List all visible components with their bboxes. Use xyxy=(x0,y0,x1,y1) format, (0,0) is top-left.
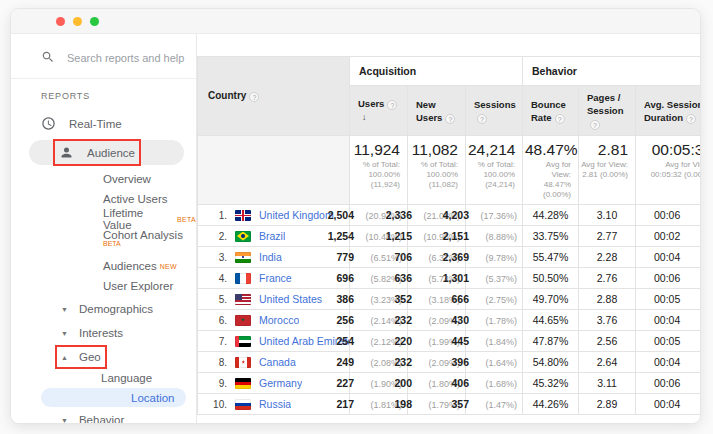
zoom-button[interactable] xyxy=(90,17,99,26)
clock-icon xyxy=(41,116,56,131)
search-bar[interactable] xyxy=(11,50,196,79)
totals-avg-session: 00:05:32 Avg for View: 00:05:32 (0.00%) xyxy=(636,136,701,205)
flag-us-icon xyxy=(235,294,251,305)
country-cell: 2. Brazil xyxy=(198,226,350,247)
row-rank: 7. xyxy=(207,336,227,347)
sidebar-item-behavior[interactable]: ▼ Behavior xyxy=(11,409,196,423)
sidebar-item-label: Active Users xyxy=(103,193,168,205)
row-rank: 3. xyxy=(207,252,227,263)
column-header-pages-session[interactable]: Pages / Session? xyxy=(579,86,636,136)
table-row: 6. Morocco 256(2.14%) 232(2.09%) 430(1.7… xyxy=(198,310,701,331)
sidebar-item-label: Audiences xyxy=(103,260,157,272)
sidebar-item-label: Interests xyxy=(79,327,123,339)
pages-session-cell: 2.77 xyxy=(579,226,636,247)
minimize-button[interactable] xyxy=(73,17,82,26)
row-rank: 4. xyxy=(207,273,227,284)
chevron-down-icon: ▼ xyxy=(61,417,68,424)
sidebar-item-geo[interactable]: ▲ Geo xyxy=(11,346,196,368)
browser-window: REPORTS Real-Time Audience Overview xyxy=(10,8,701,424)
country-link[interactable]: Germany xyxy=(259,377,302,389)
bounce-rate-cell: 44.28% xyxy=(523,205,579,226)
sidebar-item-label: Lifetime Value xyxy=(103,207,174,231)
column-header-country[interactable]: Country? xyxy=(198,57,350,136)
country-cell: 4. France xyxy=(198,268,350,289)
search-input[interactable] xyxy=(67,52,187,64)
country-cell: 1. United Kingdom xyxy=(198,205,350,226)
flag-br-icon xyxy=(235,231,251,242)
bounce-rate-cell: 44.65% xyxy=(523,310,579,331)
sidebar-item-user-explorer[interactable]: User Explorer xyxy=(11,276,196,296)
row-rank: 6. xyxy=(207,315,227,326)
country-cell: 5. United States xyxy=(198,289,350,310)
pages-session-cell: 2.64 xyxy=(579,352,636,373)
help-icon[interactable]: ? xyxy=(590,120,600,130)
bounce-rate-cell: 47.87% xyxy=(523,331,579,352)
sidebar-item-language[interactable]: Language xyxy=(11,368,196,387)
help-icon[interactable]: ? xyxy=(249,92,259,102)
help-icon[interactable]: ? xyxy=(686,114,696,124)
sidebar-item-audience[interactable]: Audience xyxy=(29,140,184,165)
totals-new-users: 11,082 % of Total: 100.00% (11,082) xyxy=(408,136,466,205)
sessions-cell: 2,151(8.88%) xyxy=(466,226,523,247)
sessions-cell: 406(1.68%) xyxy=(466,373,523,394)
window-titlebar xyxy=(11,9,700,34)
sidebar-item-label: Real-Time xyxy=(69,118,122,130)
row-rank: 10. xyxy=(207,399,227,410)
sessions-cell: 445(1.84%) xyxy=(466,331,523,352)
totals-users: 11,924 % of Total: 100.00% (11,924) xyxy=(350,136,408,205)
sidebar: REPORTS Real-Time Audience Overview xyxy=(11,34,197,423)
report-main: Country? Acquisition Behavior Users?↓ Ne… xyxy=(197,34,700,423)
sidebar-item-cohort-analysis[interactable]: Cohort Analysis BETA xyxy=(11,229,196,256)
sidebar-item-label: Audience xyxy=(87,147,135,159)
column-header-users[interactable]: Users?↓ xyxy=(350,86,408,136)
help-icon[interactable]: ? xyxy=(387,100,397,110)
country-link[interactable]: Canada xyxy=(259,356,296,368)
sessions-cell: 357(1.47%) xyxy=(466,394,523,415)
column-header-bounce-rate[interactable]: Bounce Rate? xyxy=(523,86,579,136)
sessions-cell: 1,301(5.37%) xyxy=(466,268,523,289)
help-icon[interactable]: ? xyxy=(555,114,565,124)
sidebar-item-active-users[interactable]: Active Users xyxy=(11,189,196,209)
sidebar-item-label: Geo xyxy=(79,351,101,363)
totals-row: 11,924 % of Total: 100.00% (11,924) 11,0… xyxy=(198,136,701,205)
country-link[interactable]: Brazil xyxy=(259,230,285,242)
avg-session-cell: 00:02 xyxy=(636,226,701,247)
column-header-sessions[interactable]: Sessions? xyxy=(466,86,523,136)
country-link[interactable]: United Kingdom xyxy=(259,209,334,221)
sidebar-item-interests[interactable]: ▼ Interests xyxy=(11,322,196,344)
country-link[interactable]: India xyxy=(259,251,282,263)
sidebar-item-audiences[interactable]: Audiences NEW xyxy=(11,256,196,276)
sessions-cell: 430(1.78%) xyxy=(466,310,523,331)
country-link[interactable]: Morocco xyxy=(259,314,299,326)
table-row: 5. United States 386(3.23%) 352(3.18%) 6… xyxy=(198,289,701,310)
country-cell: 3. India xyxy=(198,247,350,268)
column-header-avg-session-duration[interactable]: Avg. Session Duration? xyxy=(636,86,701,136)
close-button[interactable] xyxy=(56,17,65,26)
totals-sessions: 24,214 % of Total: 100.00% (24,214) xyxy=(466,136,523,205)
beta-badge: BETA xyxy=(103,241,183,247)
help-icon[interactable]: ? xyxy=(445,114,455,124)
totals-pages-session: 2.81 Avg for View: 2.81 (0.00%) xyxy=(579,136,636,205)
sidebar-item-location[interactable]: Location xyxy=(41,388,186,407)
help-icon[interactable]: ? xyxy=(477,114,487,124)
country-link[interactable]: Russia xyxy=(259,398,291,410)
table-row: 3. India 779(6.51%) 706(6.37%) 2,369(9.7… xyxy=(198,247,701,268)
new-badge: NEW xyxy=(160,263,177,270)
column-header-new-users[interactable]: New Users? xyxy=(408,86,466,136)
bounce-rate-cell: 54.80% xyxy=(523,352,579,373)
flag-de-icon xyxy=(235,378,251,389)
avg-session-cell: 00:05 xyxy=(636,331,701,352)
sidebar-item-real-time[interactable]: Real-Time xyxy=(11,111,196,136)
country-link[interactable]: United States xyxy=(259,293,322,305)
page-content: REPORTS Real-Time Audience Overview xyxy=(11,34,700,423)
sidebar-item-overview[interactable]: Overview xyxy=(11,169,196,189)
table-row: 2. Brazil 1,254(10.48%) 1,215(10.96%) 2,… xyxy=(198,226,701,247)
pages-session-cell: 3.11 xyxy=(579,373,636,394)
sidebar-item-demographics[interactable]: ▼ Demographics xyxy=(11,298,196,320)
group-header-acquisition: Acquisition xyxy=(350,57,523,86)
search-icon xyxy=(41,50,55,66)
country-link[interactable]: France xyxy=(259,272,292,284)
avg-session-cell: 00:06 xyxy=(636,373,701,394)
sidebar-item-lifetime-value[interactable]: Lifetime Value BETA xyxy=(11,209,196,229)
pages-session-cell: 2.28 xyxy=(579,247,636,268)
